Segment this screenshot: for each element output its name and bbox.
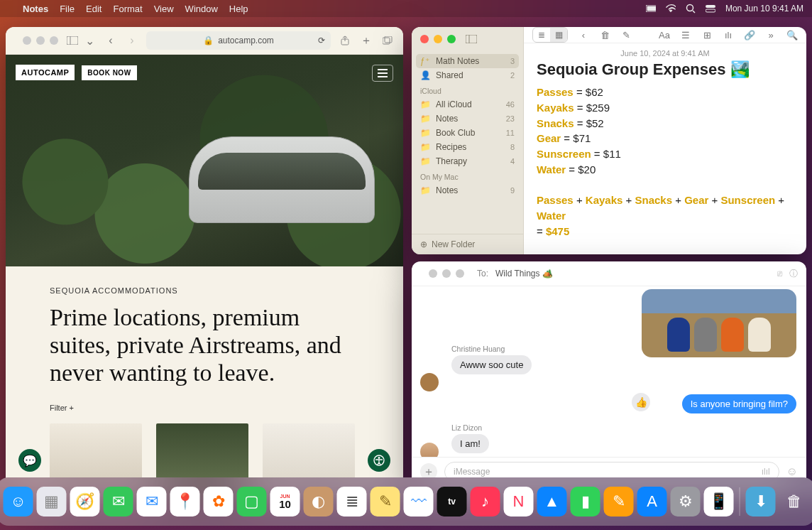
dock-freeform[interactable]: 〰 bbox=[404, 487, 434, 517]
dock-tv[interactable]: tv bbox=[437, 487, 467, 517]
facetime-icon[interactable]: ⎚ bbox=[777, 269, 782, 278]
accessibility-fab[interactable] bbox=[368, 449, 390, 472]
message-bubble[interactable]: Is anyone bringing film? bbox=[682, 394, 796, 413]
close-button[interactable] bbox=[23, 36, 31, 45]
dock-contacts[interactable]: ◐ bbox=[304, 487, 334, 517]
dock-music[interactable]: ♪ bbox=[471, 487, 500, 517]
menu-view[interactable]: View bbox=[154, 4, 174, 14]
dock-reminders[interactable]: ≣ bbox=[337, 487, 367, 517]
close-button[interactable] bbox=[429, 269, 437, 278]
avatar[interactable] bbox=[420, 443, 439, 457]
zoom-button[interactable] bbox=[50, 36, 58, 45]
emoji-icon[interactable]: ☺ bbox=[786, 465, 798, 478]
search-icon[interactable]: 🔍 bbox=[786, 30, 798, 40]
list-view-icon[interactable]: ≣ bbox=[533, 28, 550, 42]
sidebar-item[interactable]: 📁Book Club11 bbox=[412, 126, 523, 140]
chevron-down-icon[interactable]: ⌄ bbox=[82, 34, 97, 48]
view-toggle[interactable]: ≣ ▦ bbox=[532, 27, 568, 43]
note-title[interactable]: Sequoia Group Expenses 🏞️ bbox=[524, 60, 806, 85]
forward-button[interactable]: › bbox=[125, 34, 139, 47]
hamburger-menu[interactable] bbox=[372, 65, 393, 82]
menubar-clock[interactable]: Mon Jun 10 9:41 AM bbox=[725, 4, 803, 13]
dock-separator bbox=[740, 487, 740, 516]
minimize-button[interactable] bbox=[434, 35, 442, 43]
reload-icon[interactable]: ⟳ bbox=[318, 36, 325, 45]
minimize-button[interactable] bbox=[442, 269, 451, 278]
person-icon: 👤 bbox=[420, 70, 430, 80]
sent-photo[interactable] bbox=[642, 289, 796, 357]
control-center-icon[interactable] bbox=[706, 4, 715, 13]
dock-numbers[interactable]: ▮ bbox=[571, 487, 600, 517]
media-icon[interactable]: ılı bbox=[723, 30, 734, 40]
close-button[interactable] bbox=[420, 35, 429, 43]
note-body[interactable]: Passes = $62Kayaks = $259Snacks = $52Gea… bbox=[524, 85, 806, 254]
dock-messages[interactable]: ✉ bbox=[104, 487, 133, 517]
app-name[interactable]: Notes bbox=[23, 4, 48, 14]
format-aa-icon[interactable]: Aa bbox=[659, 30, 670, 40]
grid-view-icon[interactable]: ▦ bbox=[550, 28, 567, 42]
minimize-button[interactable] bbox=[36, 36, 45, 45]
dock-notes[interactable]: ✎ bbox=[371, 487, 400, 517]
dock-photos[interactable]: ✿ bbox=[204, 487, 234, 517]
dock-appstore[interactable]: A bbox=[637, 487, 667, 517]
tabs-icon[interactable] bbox=[380, 36, 395, 45]
site-logo[interactable]: AUTOCAMP bbox=[16, 65, 75, 80]
dock-launchpad[interactable]: ▦ bbox=[37, 487, 67, 517]
sidebar-item[interactable]: 📁Notes9 bbox=[412, 183, 523, 198]
sidebar-item[interactable]: 📁All iCloud46 bbox=[412, 97, 523, 112]
reaction-thumbs-up[interactable]: 👍 bbox=[632, 393, 650, 411]
avatar[interactable] bbox=[420, 373, 439, 391]
message-bubble[interactable]: I am! bbox=[451, 434, 489, 453]
sidebar-item[interactable]: 📁Notes23 bbox=[412, 112, 523, 126]
sidebar-item[interactable]: ƒ⁺Math Notes3 bbox=[416, 54, 519, 68]
menu-help[interactable]: Help bbox=[229, 4, 248, 14]
dock-facetime[interactable]: ▢ bbox=[237, 487, 267, 517]
link-icon[interactable]: 🔗 bbox=[744, 30, 755, 40]
address-bar[interactable]: 🔒 autocamp.com ⟳ bbox=[146, 31, 331, 50]
dock-finder[interactable]: ☺ bbox=[4, 487, 33, 517]
sidebar-item[interactable]: 📁Recipes8 bbox=[412, 140, 523, 154]
menu-format[interactable]: Format bbox=[113, 4, 142, 14]
new-folder-button[interactable]: ⊕ New Folder bbox=[412, 234, 523, 254]
back-button[interactable]: ‹ bbox=[104, 34, 118, 47]
audio-icon[interactable]: ılıl bbox=[762, 467, 770, 477]
checklist-icon[interactable]: ☰ bbox=[680, 30, 691, 40]
dock-safari[interactable]: 🧭 bbox=[70, 487, 100, 517]
plus-icon: ⊕ bbox=[420, 239, 427, 249]
compose-icon[interactable]: ✎ bbox=[620, 30, 632, 40]
trash-icon[interactable]: 🗑 bbox=[599, 30, 610, 40]
share-icon[interactable] bbox=[338, 36, 352, 45]
battery-icon[interactable] bbox=[646, 4, 656, 13]
dock-mirroring[interactable]: 📱 bbox=[704, 487, 734, 517]
dock-pages[interactable]: ✎ bbox=[604, 487, 634, 517]
sidebar-item[interactable]: 👤Shared2 bbox=[412, 68, 523, 82]
dock-mail[interactable]: ✉ bbox=[137, 487, 167, 517]
menu-window[interactable]: Window bbox=[185, 4, 218, 14]
spotlight-icon[interactable] bbox=[686, 4, 696, 13]
dock-news[interactable]: N bbox=[504, 487, 534, 517]
menu-edit[interactable]: Edit bbox=[86, 4, 102, 14]
wifi-icon[interactable] bbox=[666, 4, 676, 13]
sidebar-item[interactable]: 📁Therapy4 bbox=[412, 154, 523, 168]
sidebar-toggle-icon[interactable] bbox=[466, 35, 477, 43]
dock-downloads[interactable]: ⬇ bbox=[746, 487, 776, 517]
dock-keynote[interactable]: ▲ bbox=[537, 487, 567, 517]
sidebar-icon[interactable] bbox=[65, 36, 79, 45]
filter-link[interactable]: Filter + bbox=[50, 404, 361, 412]
dock-calendar[interactable]: JUN10 bbox=[270, 487, 300, 517]
info-icon[interactable]: ⓘ bbox=[789, 268, 798, 280]
back-nav-icon[interactable]: ‹ bbox=[578, 30, 589, 40]
dock-maps[interactable]: 📍 bbox=[170, 487, 200, 517]
chat-fab[interactable]: 💬 bbox=[18, 449, 41, 472]
dock-trash[interactable]: 🗑 bbox=[779, 487, 809, 517]
zoom-button[interactable] bbox=[447, 35, 456, 43]
table-icon[interactable]: ⊞ bbox=[701, 30, 713, 40]
more-icon[interactable]: » bbox=[765, 30, 777, 40]
new-tab-icon[interactable]: ＋ bbox=[359, 33, 373, 48]
zoom-button[interactable] bbox=[456, 269, 464, 278]
menu-file[interactable]: File bbox=[60, 4, 75, 14]
dock-settings[interactable]: ⚙ bbox=[671, 487, 701, 517]
message-bubble[interactable]: Awww soo cute bbox=[451, 355, 532, 374]
book-now-button[interactable]: BOOK NOW bbox=[82, 65, 136, 80]
to-value[interactable]: Wild Things 🏕️ bbox=[495, 269, 553, 278]
